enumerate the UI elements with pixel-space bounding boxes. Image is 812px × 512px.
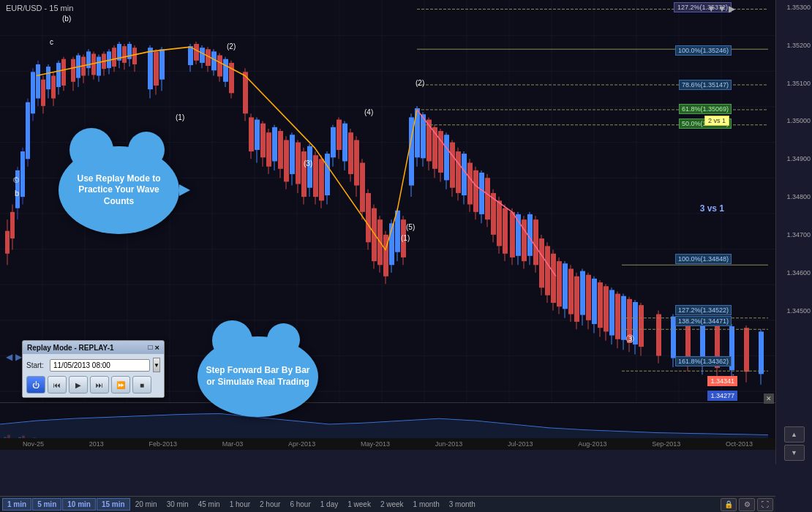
replay-panel-body: Start: ▼ ⏻ ⏮ ▶ ⏭ ⏩ ■ [23, 354, 164, 397]
tf-1hour[interactable]: 1 hour [225, 499, 255, 510]
svg-rect-83 [154, 51, 159, 86]
svg-rect-33 [10, 212, 15, 238]
scroll-up-btn[interactable]: ▲ [784, 426, 805, 443]
settings-btn[interactable]: ⚙ [739, 498, 755, 511]
svg-rect-227 [609, 290, 614, 335]
svg-rect-223 [598, 282, 603, 328]
svg-rect-239 [656, 315, 661, 356]
replay-close-btn[interactable]: × [155, 343, 159, 352]
fib-label-5: 100.0%(1.34848) [675, 254, 732, 264]
ratio-label-1: 2 vs 1 [704, 116, 729, 126]
overview-label-strip: Nov-25 2013 Feb-2013 Mar-03 Apr-2013 May… [0, 438, 775, 450]
price-1: 1.35300 [778, 4, 811, 11]
tf-6hour[interactable]: 6 hour [285, 499, 315, 510]
replay-power-btn[interactable]: ⏻ [26, 376, 45, 394]
svg-rect-87 [188, 46, 193, 65]
svg-rect-119 [290, 135, 295, 174]
replay-play-btn[interactable]: ▶ [69, 376, 88, 394]
replay-panel-title: Replay Mode - REPLAY-1 □ × [23, 341, 164, 354]
circle-label-c: © [13, 176, 19, 184]
nav-arrow-right[interactable]: ▶ [729, 4, 735, 14]
svg-rect-209 [557, 261, 562, 306]
svg-rect-131 [325, 154, 330, 195]
ov-jun: Jun-2013 [435, 440, 463, 448]
svg-rect-37 [20, 151, 25, 197]
svg-rect-217 [580, 271, 585, 315]
replay-resize-btn[interactable]: □ [149, 343, 153, 352]
nav-arrows[interactable]: ▼ ▼ ▶ [707, 4, 735, 14]
svg-rect-169 [438, 131, 443, 173]
overview-close-btn[interactable]: ✕ [764, 394, 774, 404]
tf-30min[interactable]: 30 min [162, 499, 193, 510]
replay-fast-forward-btn[interactable]: ⏩ [111, 376, 130, 394]
wave-label-c: c [50, 38, 53, 46]
tf-15min[interactable]: 15 min [97, 498, 130, 511]
tf-20min[interactable]: 20 min [131, 499, 162, 510]
svg-rect-221 [592, 279, 597, 324]
svg-rect-107 [255, 120, 260, 150]
ov-mar: Mar-03 [222, 440, 244, 448]
tf-2hour[interactable]: 2 hour [255, 499, 285, 510]
replay-start-row: Start: ▼ [26, 358, 160, 372]
tf-10min[interactable]: 10 min [62, 498, 96, 511]
tf-1min[interactable]: 1 min [2, 498, 31, 511]
ov-oct: Oct-2013 [726, 440, 753, 448]
replay-panel: Replay Mode - REPLAY-1 □ × Start: ▼ ⏻ ⏮ … [22, 340, 165, 398]
svg-rect-43 [36, 64, 40, 99]
replay-step-forward-btn[interactable]: ⏭ [90, 376, 109, 394]
svg-rect-211 [563, 263, 568, 309]
svg-rect-251 [744, 328, 749, 372]
svg-rect-123 [301, 151, 307, 197]
replay-start-input[interactable] [50, 359, 150, 372]
wave-label-3: (3) [304, 159, 312, 167]
tf-3month[interactable]: 3 month [445, 499, 480, 510]
fib-label-7: 138.2%(1.34471) [675, 316, 732, 326]
svg-rect-127 [313, 155, 318, 197]
wave-label-4: (4) [364, 108, 373, 116]
expand-btn[interactable]: ⛶ [757, 498, 773, 511]
price-9: 1.34500 [778, 307, 811, 315]
price-2: 1.35200 [778, 42, 811, 49]
svg-rect-177 [462, 154, 467, 195]
svg-rect-179 [467, 163, 473, 205]
replay-dropdown-btn[interactable]: ▼ [153, 358, 160, 372]
ov-feb: Feb-2013 [149, 440, 178, 448]
svg-rect-135 [337, 120, 342, 150]
svg-rect-51 [56, 63, 61, 87]
svg-rect-141 [354, 140, 359, 185]
nav-arrow-down-2[interactable]: ▼ [718, 4, 726, 14]
tf-2week[interactable]: 2 week [376, 499, 408, 510]
chart-title: EUR/USD - 15 min [6, 4, 73, 12]
zoom-lock-btn[interactable]: 🔒 [721, 498, 737, 511]
ov-sep: Sep-2013 [652, 440, 680, 448]
fib-label-6: 127.2%(1.34522) [675, 305, 732, 315]
svg-rect-117 [284, 140, 289, 181]
svg-rect-45 [41, 80, 45, 106]
tf-1week[interactable]: 1 week [343, 499, 375, 510]
scroll-down-btn[interactable]: ▼ [784, 445, 805, 461]
price-6: 1.34800 [778, 193, 811, 200]
tf-1month[interactable]: 1 month [409, 499, 444, 510]
ov-nov25: Nov-25 [23, 440, 44, 448]
wave-label-2: (2) [227, 42, 236, 50]
svg-rect-197 [522, 219, 527, 261]
replay-skip-back-btn[interactable]: ⏮ [48, 376, 67, 394]
svg-rect-105 [249, 117, 254, 151]
price-3: 1.35100 [778, 80, 811, 87]
fib-label-3: 61.8%(1.35069) [679, 104, 732, 114]
wave-label-2b: (2) [416, 79, 424, 87]
svg-rect-213 [568, 268, 574, 314]
svg-rect-143 [360, 163, 365, 212]
tf-5min[interactable]: 5 min [32, 498, 61, 511]
tf-1day[interactable]: 1 day [316, 499, 342, 510]
replay-stop-btn[interactable]: ■ [132, 376, 151, 394]
tf-45min[interactable]: 45 min [194, 499, 225, 510]
replay-title-text: Replay Mode - REPLAY-1 [27, 344, 114, 352]
svg-rect-185 [485, 178, 490, 219]
price-4: 1.35000 [778, 117, 811, 124]
price-highlight-2: 1.34277 [707, 391, 737, 401]
wave-label-b: (b) [62, 15, 71, 23]
price-7: 1.34700 [778, 231, 811, 238]
nav-arrow-down-1[interactable]: ▼ [707, 4, 715, 14]
svg-rect-205 [545, 246, 550, 295]
